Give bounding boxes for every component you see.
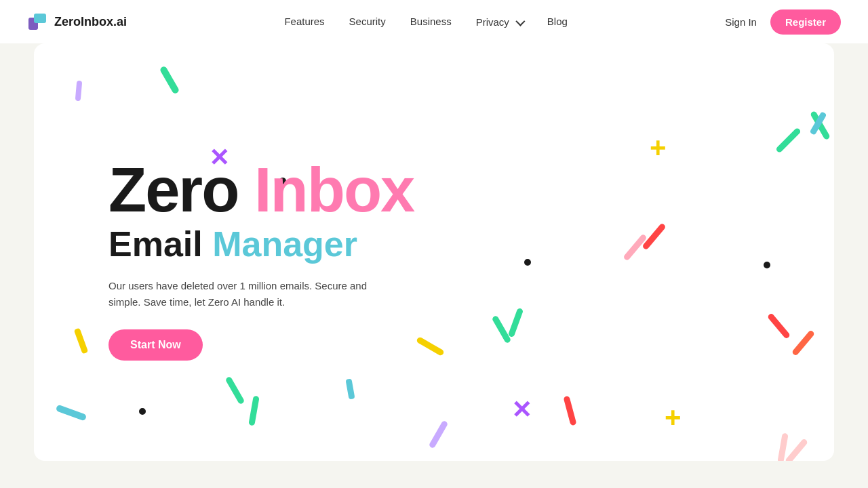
deco-teal-1 xyxy=(159,65,180,94)
deco-pink-3 xyxy=(785,438,808,461)
dot-3 xyxy=(524,259,531,266)
deco-teal-7 xyxy=(248,396,260,426)
deco-yellow-2 xyxy=(416,336,445,357)
navbar: ZeroInbox.ai Features Security Business … xyxy=(0,0,868,43)
deco-cyan-1 xyxy=(56,404,87,421)
nav-item-blog[interactable]: Blog xyxy=(547,16,568,28)
deco-red-3 xyxy=(563,396,576,426)
deco-teal-3 xyxy=(775,127,802,154)
nav-links: Features Security Business Privacy Blog xyxy=(284,16,567,28)
nav-item-features[interactable]: Features xyxy=(284,16,324,28)
hero-subtitle-black: Email xyxy=(108,224,212,264)
nav-item-security[interactable]: Security xyxy=(349,16,386,28)
logo-icon xyxy=(27,11,49,33)
hero-title-pink: Inbox xyxy=(254,155,414,224)
logo-text: ZeroInbox.ai xyxy=(54,15,127,29)
start-now-button[interactable]: Start Now xyxy=(108,329,203,361)
deco-purple-1 xyxy=(75,81,83,102)
deco-plus-yellow-1: + xyxy=(650,131,667,164)
deco-teal-6 xyxy=(225,376,245,405)
deco-plus-yellow-2: + xyxy=(665,401,682,434)
logo[interactable]: ZeroInbox.ai xyxy=(27,11,127,33)
hero-subtitle-blue: Manager xyxy=(212,224,357,264)
chevron-down-icon xyxy=(515,16,525,26)
deco-teal-5 xyxy=(508,308,524,338)
signin-button[interactable]: Sign In xyxy=(725,16,757,28)
deco-teal-4 xyxy=(492,315,512,344)
nav-item-business[interactable]: Business xyxy=(410,16,452,28)
svg-rect-1 xyxy=(34,14,46,23)
deco-lavender-1 xyxy=(429,420,449,449)
hero-description: Our users have deleted over 1 million em… xyxy=(108,278,393,310)
deco-cross-purple-2: ✕ xyxy=(511,396,532,424)
hero-subtitle: Email Manager xyxy=(108,224,414,264)
nav-item-privacy[interactable]: Privacy xyxy=(476,16,523,28)
hero-content: Zero Inbox Email Manager Our users have … xyxy=(108,159,414,361)
hero-title: Zero Inbox xyxy=(108,159,414,221)
deco-cyan-2 xyxy=(345,378,355,399)
deco-yellow-1 xyxy=(74,328,88,354)
nav-actions: Sign In Register xyxy=(725,9,841,35)
deco-red-2 xyxy=(767,312,791,339)
hero-section: Zero Inbox Email Manager Our users have … xyxy=(34,43,834,461)
register-button[interactable]: Register xyxy=(770,9,841,35)
dot-4 xyxy=(139,408,146,415)
deco-orange-1 xyxy=(791,329,815,356)
hero-title-black: Zero xyxy=(108,155,254,224)
dot-2 xyxy=(764,262,770,268)
